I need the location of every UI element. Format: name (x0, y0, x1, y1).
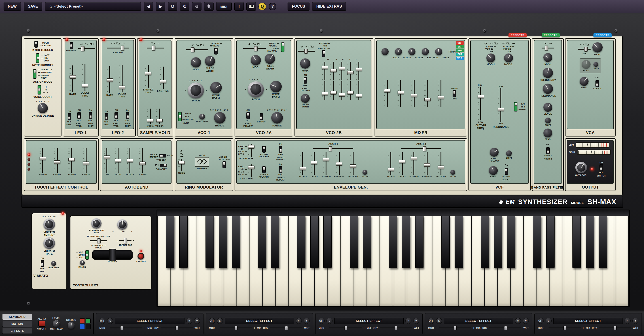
fx1-dropdown-button[interactable]: ▼ (194, 318, 200, 324)
adsr1-depth-slider[interactable] (313, 146, 353, 151)
vco1-range-knob[interactable] (214, 112, 226, 124)
black-key[interactable] (572, 216, 581, 268)
vca-mod-source-slider[interactable] (578, 46, 590, 52)
fx4-mix-slider[interactable] (489, 326, 522, 330)
vco2a-pw-source-switch[interactable] (281, 42, 284, 52)
lfo1-rate-slider[interactable] (69, 65, 76, 92)
adsr2-trig-selector[interactable] (248, 164, 255, 177)
fx3-mix-slider[interactable] (380, 326, 412, 330)
white-key[interactable] (615, 216, 628, 306)
bpf-level-knob[interactable] (544, 103, 552, 112)
black-key[interactable] (546, 216, 554, 268)
black-key[interactable] (166, 216, 174, 268)
vco2a-waveform-knob[interactable] (270, 81, 282, 92)
vco2a-mod-knob[interactable] (251, 55, 261, 65)
fx4-select-effect[interactable]: SELECT EFFECT (444, 318, 513, 324)
mixer-pan-noise-knob[interactable] (435, 48, 442, 55)
black-key[interactable] (363, 216, 371, 268)
bpf-sens-knob[interactable] (544, 128, 552, 137)
vco1-pulse-width-knob[interactable] (205, 56, 215, 66)
note-priority-switch[interactable] (36, 53, 39, 63)
vca-sens-knob[interactable] (580, 77, 588, 86)
mixer-pan-ringmod-knob[interactable] (422, 48, 429, 55)
lfo2-one-shot-switch[interactable] (126, 112, 129, 119)
pad-green[interactable] (86, 318, 90, 323)
mixer-pan-vco1-knob[interactable] (382, 48, 389, 55)
lfo2-sync-switch[interactable] (105, 113, 108, 120)
tab-keyboard[interactable]: KEYBOARD (2, 314, 32, 320)
mixer-vco2a-slider[interactable] (397, 80, 404, 107)
adsr1-trig-selector[interactable] (248, 144, 255, 157)
fx3-solo-button[interactable]: S (326, 318, 332, 324)
vco2b-level-2-slider[interactable] (356, 81, 362, 100)
fx5-clear-button[interactable]: × (624, 318, 630, 324)
lfo1-kybd-trig-switch[interactable] (77, 112, 81, 119)
sample-hold-source-slider[interactable] (147, 45, 164, 51)
voice-count-switch[interactable] (38, 85, 41, 94)
favorite-star-icon[interactable]: ☆ (49, 4, 52, 9)
black-key[interactable] (206, 216, 214, 268)
vco2a-kybd-follow-switch[interactable] (246, 112, 250, 119)
black-key[interactable] (598, 216, 607, 268)
vca-hold-knob[interactable] (582, 60, 590, 69)
bpf-adsr-select-switch[interactable] (546, 147, 550, 154)
fx2-select-effect[interactable]: SELECT EFFECT (225, 318, 294, 324)
autobend-trigger-switch[interactable] (159, 154, 166, 157)
fx1-select-effect[interactable]: SELECT EFFECT (115, 318, 184, 324)
fx2-clear-button[interactable]: × (296, 318, 302, 324)
vca-effects-badge[interactable]: EFFECTS (594, 33, 612, 37)
vco1-osc-drift-knob[interactable] (199, 114, 205, 119)
black-key[interactable] (350, 216, 358, 268)
adsr2-repeat-switch[interactable] (279, 166, 282, 173)
lfo2-waveform-slider[interactable] (107, 45, 129, 51)
fx2-bypass-button[interactable]: OFF (209, 318, 215, 324)
qwerty-midi-toggle[interactable]: Q (258, 3, 266, 10)
vco2a-pulse-width-knob[interactable] (265, 54, 275, 64)
transpose-slider[interactable] (119, 238, 132, 243)
black-key[interactable] (179, 216, 188, 268)
vco2a-b-pitch-switch[interactable] (260, 113, 263, 120)
fx2-mod-slider[interactable] (220, 326, 252, 330)
vco2b-level-4-slider[interactable] (347, 81, 354, 100)
black-key[interactable] (454, 216, 463, 268)
vcf-mod2-knob[interactable] (504, 53, 513, 62)
vco1-waveform-knob[interactable] (210, 82, 222, 93)
vco1-mod-knob[interactable] (191, 57, 201, 67)
fx3-select-effect[interactable]: SELECT EFFECT (334, 318, 404, 324)
settings-gear-icon[interactable] (192, 2, 202, 11)
portamento-time-knob[interactable] (91, 218, 102, 229)
vca-adsr-select-switch[interactable] (596, 80, 599, 87)
vco2b-wave-2-slider[interactable] (356, 62, 362, 80)
mixer-vco2b-slider[interactable] (411, 80, 418, 107)
new-button[interactable]: NEW (4, 2, 21, 11)
undo-button[interactable]: ↺ (168, 2, 177, 11)
bpf-resonance-knob[interactable] (543, 83, 553, 94)
fx1-mix-slider[interactable] (160, 326, 193, 330)
lfo1-one-shot-switch[interactable] (89, 112, 92, 119)
zoom-icon[interactable] (204, 2, 214, 11)
lfo2-kybd-trig-switch[interactable] (114, 112, 118, 119)
fx3-mod-slider[interactable] (329, 326, 362, 330)
autobend-polarity-switch[interactable] (160, 164, 167, 167)
vco2b-pw-source-switch[interactable] (322, 50, 325, 57)
vcf-sens-knob[interactable] (489, 166, 498, 175)
vco2a-range-knob[interactable] (271, 112, 283, 124)
bender-wheel[interactable] (92, 250, 132, 260)
vco1-pw-source-switch[interactable] (214, 48, 218, 54)
mixer-pan-vco2b-knob[interactable] (408, 48, 416, 55)
adsr1-decay-slider[interactable] (311, 152, 318, 175)
vca-drift-knob[interactable] (594, 62, 598, 67)
out-level-knob[interactable] (575, 162, 587, 173)
fx1-solo-button[interactable]: S (107, 318, 113, 324)
fx2-mix-slider[interactable] (270, 326, 302, 330)
vibrato-button[interactable] (138, 253, 144, 260)
tab-motion[interactable]: MOTION (2, 321, 32, 327)
lfo1-sync-switch[interactable] (68, 113, 71, 120)
fx1-bypass-button[interactable]: OFF (99, 318, 105, 324)
unison-detune-knob[interactable] (38, 103, 48, 113)
black-key[interactable] (310, 216, 319, 268)
black-key[interactable] (415, 216, 424, 268)
pad-blue[interactable] (80, 324, 85, 329)
vco2b-kybd-follow-switch[interactable] (304, 77, 307, 83)
vco2b-level-8-slider[interactable] (338, 81, 345, 100)
